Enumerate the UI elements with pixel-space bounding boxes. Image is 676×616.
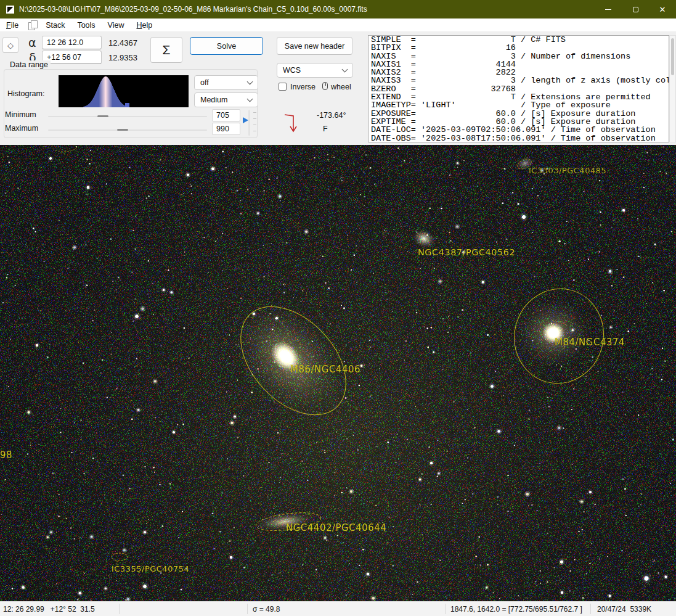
mouse-wheel-icon bbox=[322, 82, 328, 90]
fits-line: DATE-OBS= '2025-03-08T17:50:06.091' / Ti… bbox=[371, 134, 666, 142]
chevron-down-icon bbox=[342, 66, 348, 72]
app-icon bbox=[6, 6, 14, 14]
annotation-label-ngc4402: NGC4402/PGC40644 bbox=[286, 522, 386, 533]
status-bar: 12: 26 29.99 +12° 52 31.5 σ = 49.8 1847.… bbox=[0, 601, 676, 616]
orientation-angle: -173.64° bbox=[317, 111, 346, 120]
fits-line: EXPTIME = 60.0 / [s] Exposure duration bbox=[371, 118, 666, 126]
fits-header-panel[interactable]: SIMPLE = T / C# FITS BITPIX = 16 NAXIS =… bbox=[368, 35, 669, 142]
minimum-slider-thumb[interactable] bbox=[97, 115, 108, 117]
menu-view[interactable]: View bbox=[102, 20, 131, 31]
histogram-label: Histogram: bbox=[7, 89, 44, 98]
stretch-select-value: off bbox=[200, 78, 209, 87]
save-new-header-button[interactable]: Save new header bbox=[277, 37, 352, 55]
status-star-info: 20/47/24 5339K bbox=[591, 602, 676, 616]
fits-line: NAXIS = 3 / Number of dimensions bbox=[371, 52, 666, 60]
tick-mark bbox=[253, 112, 256, 113]
histogram-plot bbox=[59, 75, 189, 107]
wcs-select-value: WCS bbox=[283, 66, 301, 75]
maximum-slider-thumb[interactable] bbox=[117, 129, 128, 131]
maximize-icon bbox=[633, 7, 638, 12]
solve-button[interactable]: Solve bbox=[190, 37, 263, 55]
menu-file[interactable]: File bbox=[0, 20, 25, 31]
menu-stack[interactable]: Stack bbox=[39, 20, 71, 31]
delta-decimal: 12.9353 bbox=[108, 53, 137, 62]
alpha-decimal: 12.4367 bbox=[108, 38, 137, 47]
solver-panel: ◇ α 12.4367 δ 12.9353 Σ Solve Save new h… bbox=[0, 32, 676, 145]
inverse-label: Inverse bbox=[290, 83, 316, 91]
sigma-button[interactable]: Σ bbox=[150, 37, 182, 63]
gradient-select[interactable]: Medium bbox=[194, 92, 258, 107]
inverse-checkbox[interactable] bbox=[279, 83, 287, 91]
minimize-icon bbox=[605, 9, 611, 10]
range-spinner[interactable] bbox=[243, 109, 258, 137]
status-position: 12: 26 29.99 +12° 52 31.5 bbox=[0, 602, 119, 616]
close-button[interactable]: ✕ bbox=[649, 0, 676, 18]
gradient-select-value: Medium bbox=[200, 96, 227, 104]
status-pixel-value: 1847.6, 1642.0 = [772.75/695.51/762.7 ] bbox=[446, 602, 590, 616]
scrollbar-thumb[interactable] bbox=[671, 38, 674, 75]
annotation-label-ic3303: IC3303/PGC40485 bbox=[529, 166, 606, 175]
menu-tools[interactable]: Tools bbox=[71, 20, 101, 31]
close-icon: ✕ bbox=[659, 6, 666, 14]
flipped-indicator: F bbox=[323, 125, 328, 133]
annotation-label-ic3355: IC3355/PGC40754 bbox=[112, 564, 189, 573]
stretch-select[interactable]: off bbox=[194, 75, 258, 90]
wheel-label: wheel bbox=[331, 83, 351, 91]
chevron-down-icon bbox=[247, 78, 253, 84]
fits-line: BZERO = 32768 bbox=[371, 85, 666, 93]
status-sigma: σ = 49.8 bbox=[248, 602, 445, 616]
fits-header-scrollbar[interactable] bbox=[669, 35, 676, 142]
fits-line: SIMPLE = T / C# FITS bbox=[371, 36, 666, 44]
annotation-label-m84: M84/NGC4374 bbox=[555, 337, 625, 348]
minimize-button[interactable] bbox=[595, 0, 622, 18]
fits-line: BITPIX = 16 bbox=[371, 44, 666, 52]
orientation-compass-icon bbox=[282, 111, 311, 143]
tick-mark bbox=[253, 118, 256, 119]
fits-line: EXTEND = T / Extensions are permitted bbox=[371, 93, 666, 101]
navigate-button[interactable]: ◇ bbox=[2, 37, 18, 53]
range-spinner-thumb[interactable] bbox=[243, 117, 248, 123]
maximum-value[interactable]: 990 bbox=[212, 123, 240, 135]
fits-line: EXPOSURE= 60.0 / [s] Exposure duration bbox=[371, 110, 666, 118]
fits-line: NAXIS3 = 3 / length of z axis (mostly co… bbox=[371, 76, 666, 84]
stack-pages-icon bbox=[28, 20, 38, 30]
fits-line: DATE-LOC= '2025-03-09T02:50:06.091' / Ti… bbox=[371, 126, 666, 134]
data-range-legend: Data range bbox=[7, 60, 51, 69]
menu-bar: File Stack Tools View Help bbox=[0, 18, 676, 32]
chevron-down-icon bbox=[247, 96, 253, 102]
range-spinner-track bbox=[248, 110, 250, 136]
delta-input[interactable] bbox=[42, 51, 102, 64]
window-controls: ✕ bbox=[595, 0, 676, 18]
alpha-input[interactable] bbox=[42, 36, 102, 49]
maximum-label: Maximum bbox=[5, 124, 38, 133]
maximize-button[interactable] bbox=[622, 0, 649, 18]
fits-line: NAXIS1 = 4144 bbox=[371, 60, 666, 68]
minimum-slider[interactable] bbox=[48, 116, 207, 117]
fits-line: NAXIS2 = 2822 bbox=[371, 68, 666, 76]
fits-line: IMAGETYP= 'LIGHT' / Type of exposure bbox=[371, 101, 666, 109]
image-viewport[interactable]: IC3303/PGC40485 NGC4387/PGC40562 M86/NGC… bbox=[0, 145, 676, 601]
menu-help[interactable]: Help bbox=[130, 20, 158, 31]
annotation-label-edge: 98 bbox=[0, 450, 12, 461]
annotation-label-ngc4387: NGC4387/PGC40562 bbox=[418, 247, 515, 257]
wcs-select[interactable]: WCS bbox=[277, 63, 353, 78]
tick-mark bbox=[253, 125, 256, 125]
tick-mark bbox=[253, 131, 256, 131]
titlebar: N:\2025-03-08\LIGHT\07_M86\2025-03-09_02… bbox=[0, 0, 676, 18]
annotation-label-m86: M86/NGC4406 bbox=[290, 364, 360, 375]
window-title: N:\2025-03-08\LIGHT\07_M86\2025-03-09_02… bbox=[19, 5, 367, 14]
astap-window: N:\2025-03-08\LIGHT\07_M86\2025-03-09_02… bbox=[0, 0, 676, 616]
minimum-label: Minimum bbox=[5, 110, 36, 119]
alpha-label: α bbox=[28, 36, 36, 49]
minimum-value[interactable]: 705 bbox=[212, 109, 240, 121]
status-empty bbox=[120, 602, 247, 616]
